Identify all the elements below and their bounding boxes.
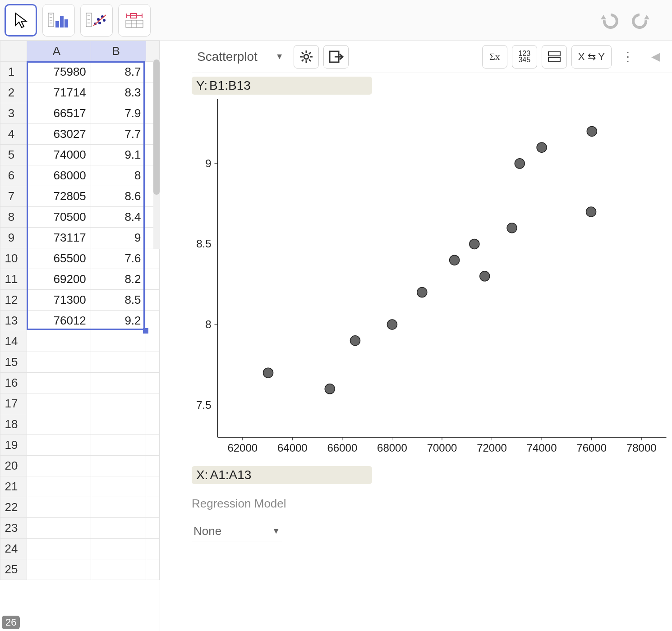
cell[interactable]: 8.3	[91, 82, 146, 103]
cell[interactable]: 9.2	[91, 311, 146, 331]
cell[interactable]	[27, 414, 91, 435]
cell[interactable]: 68000	[27, 165, 91, 186]
row-header[interactable]: 24	[0, 539, 27, 559]
row-header[interactable]: 8	[0, 207, 27, 228]
cell[interactable]	[27, 352, 91, 373]
cell[interactable]	[91, 331, 146, 352]
cell[interactable]	[91, 518, 146, 539]
cell[interactable]	[146, 435, 159, 456]
cell[interactable]	[27, 435, 91, 456]
cell[interactable]	[91, 456, 146, 476]
row-header[interactable]: 21	[0, 476, 27, 497]
row-header[interactable]: 15	[0, 352, 27, 373]
cell[interactable]	[27, 497, 91, 518]
cell[interactable]: 7.6	[91, 248, 146, 269]
cell[interactable]	[146, 331, 159, 352]
export-button[interactable]	[323, 45, 349, 69]
collapse-panel-button[interactable]: ◀	[644, 50, 667, 64]
spreadsheet-table[interactable]: A B 1759808.72717148.33665177.94630277.7…	[0, 41, 160, 580]
scatter-chart[interactable]: 7.588.5962000640006600068000700007200074…	[192, 95, 672, 460]
cell[interactable]: 73117	[27, 228, 91, 248]
cell[interactable]	[91, 435, 146, 456]
cell[interactable]	[27, 331, 91, 352]
cell[interactable]	[91, 476, 146, 497]
cell[interactable]	[27, 518, 91, 539]
cell[interactable]	[91, 497, 146, 518]
row-header[interactable]: 6	[0, 165, 27, 186]
layout-button[interactable]	[542, 45, 567, 69]
row-header[interactable]: 2	[0, 82, 27, 103]
cell[interactable]: 8.6	[91, 186, 146, 207]
cell[interactable]	[27, 539, 91, 559]
redo-button[interactable]	[627, 9, 654, 32]
cell[interactable]: 9.1	[91, 145, 146, 165]
row-header[interactable]: 5	[0, 145, 27, 165]
cell[interactable]	[146, 539, 159, 559]
pointer-tool-button[interactable]	[5, 4, 37, 37]
show-data-button[interactable]: 123345	[512, 45, 537, 69]
multi-variable-tool-button[interactable]	[118, 4, 151, 37]
cell[interactable]	[27, 456, 91, 476]
cell[interactable]: 65500	[27, 248, 91, 269]
col-header-b[interactable]: B	[91, 41, 146, 62]
spreadsheet-scrollbar[interactable]	[153, 59, 160, 249]
cell[interactable]: 8	[91, 165, 146, 186]
row-header[interactable]: 7	[0, 186, 27, 207]
cell[interactable]	[146, 414, 159, 435]
cell[interactable]	[146, 497, 159, 518]
cell[interactable]: 7.7	[91, 124, 146, 145]
row-header[interactable]: 17	[0, 393, 27, 414]
sum-stats-button[interactable]: Σx	[482, 45, 507, 69]
cell[interactable]	[91, 373, 146, 393]
row-header[interactable]: 11	[0, 269, 27, 290]
more-options-button[interactable]: ⋮	[616, 49, 640, 64]
cell[interactable]: 7.9	[91, 103, 146, 124]
cell[interactable]	[27, 373, 91, 393]
cell[interactable]: 74000	[27, 145, 91, 165]
row-header[interactable]: 10	[0, 248, 27, 269]
cell[interactable]: 8.2	[91, 269, 146, 290]
row-header[interactable]: 12	[0, 290, 27, 311]
cell[interactable]	[146, 311, 159, 331]
row-header[interactable]: 22	[0, 497, 27, 518]
cell[interactable]	[146, 476, 159, 497]
row-header[interactable]: 3	[0, 103, 27, 124]
row-resize-indicator[interactable]: 26	[2, 616, 20, 629]
cell[interactable]	[27, 559, 91, 580]
cell[interactable]: 66517	[27, 103, 91, 124]
row-header[interactable]: 19	[0, 435, 27, 456]
cell[interactable]	[146, 352, 159, 373]
cell[interactable]	[91, 414, 146, 435]
cell[interactable]: 8.4	[91, 207, 146, 228]
row-header[interactable]: 4	[0, 124, 27, 145]
row-header[interactable]: 25	[0, 559, 27, 580]
cell[interactable]: 75980	[27, 62, 91, 82]
cell[interactable]: 71714	[27, 82, 91, 103]
row-header[interactable]: 14	[0, 331, 27, 352]
row-header[interactable]: 9	[0, 228, 27, 248]
cell[interactable]: 76012	[27, 311, 91, 331]
cell[interactable]	[91, 352, 146, 373]
cell[interactable]	[91, 539, 146, 559]
cell[interactable]: 8.5	[91, 290, 146, 311]
row-header[interactable]: 18	[0, 414, 27, 435]
cell[interactable]	[146, 269, 159, 290]
cell[interactable]	[91, 559, 146, 580]
row-header[interactable]: 13	[0, 311, 27, 331]
y-range-chip[interactable]: Y: B1:B13	[192, 77, 372, 95]
row-header[interactable]: 23	[0, 518, 27, 539]
corner-cell[interactable]	[0, 41, 27, 62]
undo-button[interactable]	[596, 9, 623, 32]
cell[interactable]	[146, 290, 159, 311]
swap-axes-button[interactable]: X ⇆ Y	[571, 45, 612, 69]
cell[interactable]: 71300	[27, 290, 91, 311]
cell[interactable]	[27, 393, 91, 414]
cell[interactable]: 70500	[27, 207, 91, 228]
cell[interactable]	[146, 373, 159, 393]
cell[interactable]: 63027	[27, 124, 91, 145]
cell[interactable]	[146, 248, 159, 269]
cell[interactable]: 72805	[27, 186, 91, 207]
cell[interactable]	[146, 456, 159, 476]
col-header-a[interactable]: A	[27, 41, 91, 62]
cell[interactable]: 8.7	[91, 62, 146, 82]
